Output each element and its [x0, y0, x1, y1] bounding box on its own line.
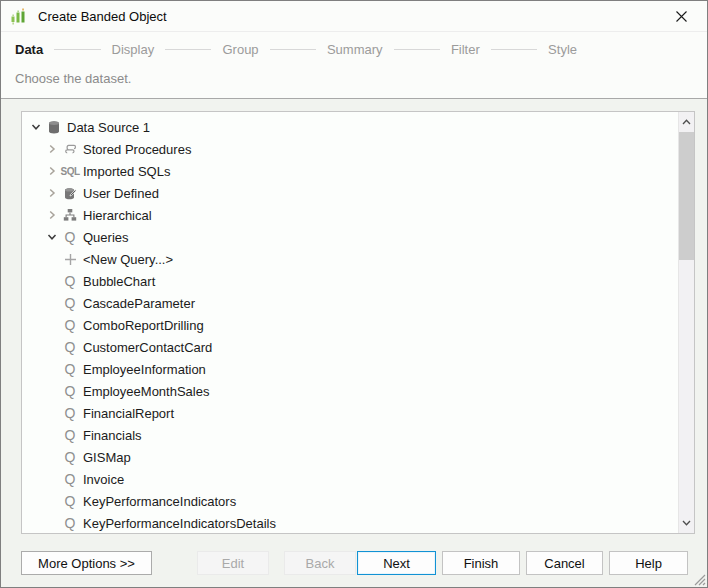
- scrollbar-thumb[interactable]: [679, 132, 694, 260]
- tree-item[interactable]: QCascadeParameter: [22, 292, 677, 314]
- next-button[interactable]: Next: [357, 551, 436, 575]
- query-icon: Q: [60, 516, 80, 530]
- tree-scrollbar[interactable]: [678, 112, 694, 533]
- tree-item[interactable]: QFinancials: [22, 424, 677, 446]
- query-icon: Q: [60, 384, 80, 398]
- tree-item[interactable]: Hierarchical: [22, 204, 677, 226]
- chevron-collapsed-icon[interactable]: [44, 188, 60, 198]
- tree-item[interactable]: User Defined: [22, 182, 677, 204]
- step-connector: [270, 49, 316, 50]
- dataset-tree-panel: Data Source 1Stored ProceduresSQLImporte…: [21, 111, 695, 534]
- step-connector: [165, 49, 211, 50]
- cancel-button[interactable]: Cancel: [526, 551, 603, 575]
- tree-item[interactable]: QBubbleChart: [22, 270, 677, 292]
- finish-button[interactable]: Finish: [442, 551, 520, 575]
- tree-item-label: CascadeParameter: [83, 296, 195, 311]
- tree-item-label: Hierarchical: [83, 208, 152, 223]
- dataset-tree: Data Source 1Stored ProceduresSQLImporte…: [22, 116, 677, 534]
- tree-item[interactable]: QComboReportDrilling: [22, 314, 677, 336]
- dialog-header: Create Banded Object DataDisplayGroupSum…: [1, 1, 707, 99]
- query-icon: Q: [60, 340, 80, 354]
- query-icon: Q: [60, 274, 80, 288]
- chevron-expanded-icon[interactable]: [44, 232, 60, 242]
- query-icon: Q: [60, 428, 80, 442]
- scroll-up-arrow-icon[interactable]: [679, 112, 694, 132]
- step-connector: [394, 49, 440, 50]
- back-button[interactable]: Back: [284, 551, 356, 575]
- query-icon: Q: [60, 296, 80, 310]
- plus-icon: [60, 253, 80, 266]
- tree-item[interactable]: Stored Procedures: [22, 138, 677, 160]
- chevron-collapsed-icon[interactable]: [44, 144, 60, 154]
- user-defined-icon: [60, 186, 80, 201]
- step-group[interactable]: Group: [222, 42, 258, 57]
- title-bar: Create Banded Object: [1, 1, 707, 32]
- more-options-button[interactable]: More Options >>: [21, 551, 152, 575]
- step-display[interactable]: Display: [112, 42, 155, 57]
- stored-procedure-icon: [60, 142, 80, 156]
- tree-item[interactable]: QKeyPerformanceIndicators: [22, 490, 677, 512]
- step-connector: [491, 49, 537, 50]
- dialog-title: Create Banded Object: [38, 9, 167, 24]
- tree-item-label: BubbleChart: [83, 274, 155, 289]
- tree-item-label: Data Source 1: [67, 120, 150, 135]
- database-icon: [44, 120, 64, 135]
- sql-icon: SQL: [60, 166, 80, 177]
- query-icon: Q: [60, 318, 80, 332]
- tree-item[interactable]: <New Query...>: [22, 248, 677, 270]
- tree-item-label: ComboReportDrilling: [83, 318, 204, 333]
- step-connector: [54, 49, 100, 50]
- query-icon: Q: [60, 406, 80, 420]
- tree-item[interactable]: QGISMap: [22, 446, 677, 468]
- resize-grip[interactable]: [692, 572, 706, 586]
- tree-item-label: KeyPerformanceIndicatorsDetails: [83, 516, 276, 531]
- scroll-down-arrow-icon[interactable]: [679, 513, 694, 533]
- wizard-steps: DataDisplayGroupSummaryFilterStyle: [15, 40, 577, 58]
- tree-item-label: CustomerContactCard: [83, 340, 212, 355]
- tree-item-label: User Defined: [83, 186, 159, 201]
- step-description: Choose the dataset.: [15, 71, 131, 86]
- tree-item-label: Financials: [83, 428, 142, 443]
- tree-item-label: GISMap: [83, 450, 131, 465]
- query-icon: Q: [60, 494, 80, 508]
- banded-object-icon: [10, 7, 28, 25]
- close-button[interactable]: [664, 1, 698, 32]
- tree-item-label: <New Query...>: [83, 252, 173, 267]
- tree-item-label: Imported SQLs: [83, 164, 170, 179]
- chevron-collapsed-icon[interactable]: [44, 210, 60, 220]
- step-filter[interactable]: Filter: [451, 42, 480, 57]
- query-icon: Q: [60, 230, 80, 244]
- step-summary[interactable]: Summary: [327, 42, 383, 57]
- create-banded-object-dialog: Create Banded Object DataDisplayGroupSum…: [0, 0, 708, 588]
- step-style[interactable]: Style: [548, 42, 577, 57]
- chevron-collapsed-icon[interactable]: [44, 166, 60, 176]
- tree-item-label: Queries: [83, 230, 129, 245]
- tree-item[interactable]: QEmployeeMonthSales: [22, 380, 677, 402]
- tree-item-label: EmployeeInformation: [83, 362, 206, 377]
- tree-item-label: Invoice: [83, 472, 124, 487]
- tree-item[interactable]: SQLImported SQLs: [22, 160, 677, 182]
- tree-item[interactable]: QFinancialReport: [22, 402, 677, 424]
- tree-item-label: Stored Procedures: [83, 142, 191, 157]
- hierarchy-icon: [60, 208, 80, 222]
- help-button[interactable]: Help: [609, 551, 688, 575]
- query-icon: Q: [60, 450, 80, 464]
- tree-item[interactable]: QEmployeeInformation: [22, 358, 677, 380]
- tree-item[interactable]: QInvoice: [22, 468, 677, 490]
- step-data[interactable]: Data: [15, 42, 43, 57]
- tree-item[interactable]: QKeyPerformanceIndicatorsDetails: [22, 512, 677, 534]
- query-icon: Q: [60, 362, 80, 376]
- query-icon: Q: [60, 472, 80, 486]
- tree-item[interactable]: QCustomerContactCard: [22, 336, 677, 358]
- tree-item[interactable]: QQueries: [22, 226, 677, 248]
- tree-item-label: EmployeeMonthSales: [83, 384, 209, 399]
- tree-item[interactable]: Data Source 1: [22, 116, 677, 138]
- tree-item-label: FinancialReport: [83, 406, 174, 421]
- chevron-expanded-icon[interactable]: [28, 122, 44, 132]
- edit-button[interactable]: Edit: [197, 551, 269, 575]
- tree-item-label: KeyPerformanceIndicators: [83, 494, 236, 509]
